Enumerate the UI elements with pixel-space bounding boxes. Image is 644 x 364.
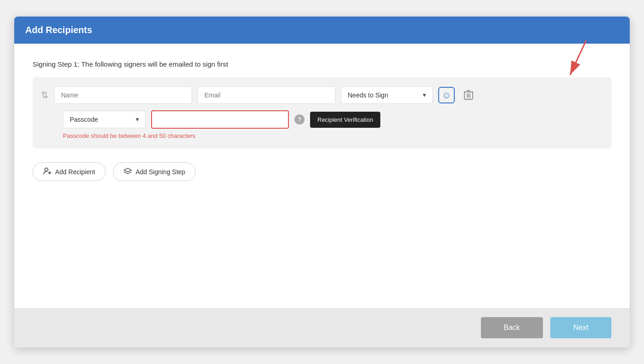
arrow-annotation: [536, 38, 591, 80]
add-signing-step-label: Add Signing Step: [136, 168, 185, 176]
name-input[interactable]: [54, 86, 192, 104]
passcode-dropdown-wrapper: Passcode None SMS ▼: [63, 111, 146, 128]
recipient-top-row: ⇅ Needs to Sign Receives a Copy In Perso…: [41, 86, 603, 104]
smiley-face-button[interactable]: ☺: [438, 87, 455, 103]
sort-icon[interactable]: ⇅: [41, 90, 49, 101]
svg-point-8: [45, 168, 48, 171]
add-person-icon: [43, 167, 51, 175]
add-recipient-button[interactable]: Add Recipient: [33, 162, 106, 181]
back-button[interactable]: Back: [481, 317, 543, 338]
recipient-bottom-row: Passcode None SMS ▼ ? Recipient Verifica…: [63, 110, 603, 129]
passcode-type-select[interactable]: Passcode None SMS: [63, 111, 146, 128]
recipient-card: ⇅ Needs to Sign Receives a Copy In Perso…: [33, 77, 611, 148]
signing-step-label: Signing Step 1: The following signers wi…: [33, 60, 611, 68]
passcode-input[interactable]: [151, 110, 289, 129]
email-input[interactable]: [198, 86, 335, 104]
add-recipient-icon: [43, 167, 51, 176]
next-button[interactable]: Next: [550, 317, 611, 338]
layers-icon: [124, 167, 132, 175]
passcode-error-message: Passcode should be between 4 and 50 char…: [63, 132, 603, 139]
role-dropdown-wrapper: Needs to Sign Receives a Copy In Person …: [341, 86, 433, 104]
svg-line-1: [570, 40, 586, 75]
action-buttons: Add Recipient Add Signing Step: [33, 162, 611, 181]
help-icon[interactable]: ?: [294, 114, 305, 125]
modal-title: Add Recipients: [25, 25, 619, 35]
modal-body: Signing Step 1: The following signers wi…: [14, 44, 630, 308]
add-recipients-modal: Add Recipients Signing Step 1: The follo…: [14, 17, 630, 347]
modal-header: Add Recipients: [14, 17, 630, 44]
delete-recipient-button[interactable]: [460, 87, 477, 103]
trash-icon: [463, 90, 474, 101]
add-signing-step-button[interactable]: Add Signing Step: [113, 162, 196, 181]
recipient-verification-button[interactable]: Recipient Verification: [310, 112, 380, 128]
role-select[interactable]: Needs to Sign Receives a Copy In Person …: [341, 86, 433, 104]
add-recipient-label: Add Recipient: [55, 168, 95, 176]
add-signing-step-icon: [124, 167, 132, 176]
modal-footer: Back Next: [14, 308, 630, 347]
